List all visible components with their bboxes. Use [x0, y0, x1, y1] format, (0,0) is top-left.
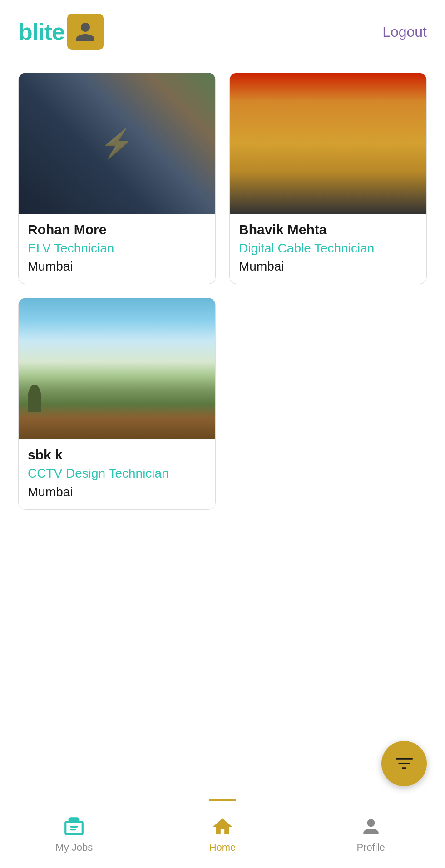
worker-card-1[interactable]: Rohan More ELV Technician Mumbai: [18, 73, 216, 284]
svg-point-36: [119, 326, 165, 344]
bottom-nav: My Jobs Home Profile: [0, 800, 445, 868]
svg-point-51: [179, 426, 196, 432]
svg-point-35: [67, 320, 108, 336]
main-content: Rohan More ELV Technician Mumbai: [0, 59, 445, 582]
svg-rect-10: [20, 140, 56, 142]
svg-point-23: [307, 94, 350, 143]
svg-rect-48: [19, 428, 215, 439]
svg-rect-15: [104, 138, 143, 163]
svg-point-34: [33, 319, 69, 337]
card-location-3: Mumbai: [28, 485, 206, 499]
svg-point-46: [198, 399, 214, 419]
svg-rect-47: [19, 421, 215, 439]
card-name-1: Rohan More: [28, 222, 206, 237]
svg-rect-1: [19, 73, 106, 214]
svg-rect-24: [308, 98, 349, 112]
filter-icon: [393, 752, 415, 775]
svg-rect-22: [299, 132, 358, 214]
svg-rect-21: [230, 164, 426, 214]
profile-person-icon: [360, 815, 382, 838]
svg-point-16: [92, 135, 115, 152]
card-info-1: Rohan More ELV Technician Mumbai: [19, 214, 215, 284]
svg-rect-4: [20, 99, 56, 104]
svg-rect-6: [20, 115, 56, 118]
svg-point-17: [147, 80, 174, 98]
header: blite Logout: [0, 0, 445, 59]
card-location-1: Mumbai: [28, 259, 206, 274]
card-info-3: sbk k CCTV Design Technician Mumbai: [19, 439, 215, 509]
svg-point-49: [51, 426, 69, 434]
card-location-2: Mumbai: [239, 259, 417, 274]
svg-rect-28: [353, 137, 376, 182]
card-image-3: [19, 298, 215, 439]
svg-rect-19: [230, 96, 426, 214]
svg-point-40: [31, 362, 72, 407]
card-role-1: ELV Technician: [28, 240, 206, 256]
logo: blite: [18, 14, 104, 50]
svg-rect-18: [230, 73, 426, 214]
svg-point-41: [26, 364, 58, 400]
svg-rect-2: [20, 82, 56, 88]
nav-label-home: Home: [209, 842, 236, 853]
svg-point-38: [142, 328, 178, 343]
svg-rect-8: [20, 127, 56, 130]
svg-point-25: [319, 115, 324, 122]
svg-point-37: [108, 330, 140, 344]
svg-point-50: [122, 429, 135, 435]
svg-point-43: [19, 394, 40, 421]
svg-rect-52: [70, 825, 78, 827]
svg-rect-11: [20, 145, 56, 147]
nav-label-my-jobs: My Jobs: [55, 842, 93, 853]
svg-rect-53: [70, 829, 76, 830]
home-active-indicator: [209, 799, 236, 801]
home-icon: [211, 815, 234, 838]
worker-card-3[interactable]: sbk k CCTV Design Technician Mumbai: [18, 298, 216, 509]
card-role-3: CCTV Design Technician: [28, 465, 206, 482]
svg-rect-14: [133, 143, 188, 214]
logo-text: blite: [18, 18, 64, 45]
svg-rect-3: [20, 90, 56, 96]
card-name-3: sbk k: [28, 447, 206, 463]
svg-rect-30: [390, 141, 399, 146]
svg-rect-31: [19, 298, 215, 439]
svg-rect-0: [19, 73, 215, 214]
card-info-2: Bhavik Mehta Digital Cable Technician Mu…: [230, 214, 426, 284]
cards-grid: Rohan More ELV Technician Mumbai: [18, 73, 427, 510]
svg-rect-9: [20, 134, 56, 138]
svg-point-33: [42, 314, 97, 337]
person-icon: [74, 20, 97, 43]
svg-point-45: [187, 392, 207, 418]
card-image-1: [19, 73, 215, 214]
svg-point-20: [290, 73, 344, 100]
svg-rect-27: [281, 137, 303, 182]
svg-rect-29: [381, 137, 408, 173]
briefcase-icon: [63, 815, 85, 838]
card-name-2: Bhavik Mehta: [239, 222, 417, 237]
card-role-2: Digital Cable Technician: [239, 240, 417, 256]
logout-button[interactable]: Logout: [382, 24, 427, 40]
logo-icon-box: [67, 14, 104, 50]
nav-item-my-jobs[interactable]: My Jobs: [47, 815, 101, 853]
svg-rect-32: [19, 298, 215, 380]
svg-point-13: [146, 80, 175, 112]
svg-rect-5: [20, 107, 56, 112]
worker-card-2[interactable]: Bhavik Mehta Digital Cable Technician Mu…: [229, 73, 427, 284]
svg-point-12: [138, 94, 183, 143]
svg-point-39: [167, 313, 208, 329]
nav-item-profile[interactable]: Profile: [344, 815, 398, 853]
svg-point-44: [29, 400, 47, 423]
svg-point-26: [332, 115, 338, 122]
nav-item-home[interactable]: Home: [195, 815, 250, 853]
svg-rect-42: [19, 375, 215, 439]
filter-fab-button[interactable]: [381, 741, 427, 786]
card-image-2: [230, 73, 426, 214]
nav-label-profile: Profile: [356, 842, 385, 853]
svg-rect-7: [20, 121, 56, 124]
